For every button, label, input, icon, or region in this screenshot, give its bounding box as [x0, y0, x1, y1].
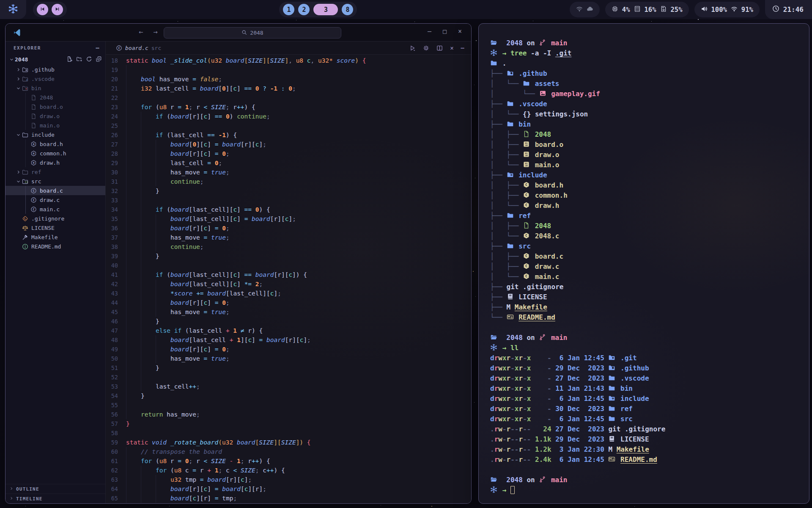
code-line-36[interactable]: 36board[r][c] = 0; [106, 224, 471, 233]
code-line-27[interactable]: 27board[0][c] = board[r][c]; [106, 140, 471, 149]
code-line-32[interactable]: 32} [106, 186, 471, 196]
skip-forward-button[interactable] [52, 4, 63, 15]
code-line-46[interactable]: 46} [106, 317, 471, 326]
explorer-item-2048[interactable]: 2048 [5, 93, 105, 102]
timeline-section-header[interactable]: TIMELINE [5, 494, 105, 503]
explorer-item-board.h[interactable]: Hboard.h [5, 139, 105, 149]
explorer-item-board.c[interactable]: Cboard.c [5, 186, 105, 195]
code-line-34[interactable]: 34if (board[last_cell][c] == 0) { [106, 205, 471, 214]
code-line-35[interactable]: 35board[last_cell][c] = board[r][c]; [106, 214, 471, 224]
explorer-item-.vscode[interactable]: .vscode [5, 74, 105, 83]
code-line-59[interactable]: 59static void _rotate_board(u32 board[SI… [106, 438, 471, 447]
minimize-button[interactable]: — [428, 28, 431, 35]
code-line-50[interactable]: 50has_move = true; [106, 354, 471, 363]
code-line-61[interactable]: 61for (u8 r = 0; r < SIZE - 1; r++) { [106, 456, 471, 466]
network-indicators[interactable] [570, 2, 600, 17]
back-button[interactable]: ← [139, 28, 143, 36]
code-line-65[interactable]: 65board[c][r] = tmp; [106, 494, 471, 503]
code-line-33[interactable]: 33 [106, 196, 471, 205]
code-line-24[interactable]: 24if (board[r][c] == 0) continue; [106, 112, 471, 121]
code-line-19[interactable]: 19 [106, 65, 471, 75]
code-line-18[interactable]: 18static bool _slide_col(u32 board[SIZE]… [106, 56, 471, 65]
tab-board-c[interactable]: C board.c src [110, 41, 167, 54]
explorer-item-common.h[interactable]: Hcommon.h [5, 149, 105, 158]
code-line-52[interactable]: 52 [106, 373, 471, 382]
workspace-2[interactable]: 2 [298, 4, 310, 15]
code-line-49[interactable]: 49board[r][c] = 0; [106, 345, 471, 354]
code-line-23[interactable]: 23for (u8 r = 1; r < SIZE; r++) { [106, 102, 471, 112]
code-line-44[interactable]: 44board[r][c] = 0; [106, 298, 471, 307]
explorer-item-2048[interactable]: 2048 [5, 54, 105, 65]
explorer-item-.gitignore[interactable]: .gitignore [5, 214, 105, 223]
code-line-42[interactable]: 42board[last_cell][c] *= 2; [106, 279, 471, 289]
code-line-62[interactable]: 62for (u8 c = r + 1; c < SIZE; c++) { [106, 466, 471, 475]
code-line-47[interactable]: 47else if (last_cell + 1 ≠ r) { [106, 326, 471, 335]
code-line-41[interactable]: 41if (board[last_cell][c] == board[r][c]… [106, 270, 471, 279]
explorer-item-.github[interactable]: .github [5, 65, 105, 74]
code-line-37[interactable]: 37has_move = true; [106, 233, 471, 242]
explorer-item-LICENSE[interactable]: LICENSE [5, 223, 105, 232]
code-line-64[interactable]: 64board[r][c] = board[c][r]; [106, 484, 471, 494]
explorer-item-ref[interactable]: ref [5, 167, 105, 177]
explorer-item-src[interactable]: ()src [5, 177, 105, 186]
new-file-button[interactable] [66, 56, 73, 62]
code-line-60[interactable]: 60// transpose the board [106, 447, 471, 456]
more-actions-button[interactable]: ⋯ [461, 44, 464, 51]
forward-button[interactable]: → [153, 28, 157, 36]
code-line-57[interactable]: 57} [106, 419, 471, 428]
code-line-58[interactable]: 58 [106, 428, 471, 438]
workspace-8[interactable]: 8 [342, 4, 353, 15]
close-button[interactable]: × [458, 28, 462, 35]
code-line-38[interactable]: 38continue; [106, 242, 471, 251]
settings-gear-button[interactable] [423, 45, 429, 51]
explorer-item-README.md[interactable]: README.md [5, 242, 105, 251]
explorer-more-button[interactable]: ⋯ [96, 44, 99, 51]
close-editor-button[interactable]: ✕ [450, 44, 453, 51]
explorer-header[interactable]: EXPLORER ⋯ [5, 41, 105, 54]
collapse-all-button[interactable] [96, 56, 102, 62]
workspace-1[interactable]: 1 [283, 4, 294, 15]
code-line-55[interactable]: 55 [106, 400, 471, 410]
explorer-item-include[interactable]: include [5, 130, 105, 139]
code-line-28[interactable]: 28board[r][c] = 0; [106, 149, 471, 158]
code-line-45[interactable]: 45has_move = true; [106, 307, 471, 317]
terminal-window[interactable]: 2048 on main → tree -a -I .git .├── .git… [478, 23, 809, 504]
clock-widget[interactable]: 21:46 [765, 0, 812, 19]
code-line-48[interactable]: 48board[last_cell + 1][c] = board[r][c]; [106, 335, 471, 345]
code-line-29[interactable]: 29last_cell = 0; [106, 158, 471, 168]
audio-network-widget[interactable]: 100% 91% [694, 2, 760, 17]
new-folder-button[interactable] [76, 56, 82, 62]
explorer-item-draw.h[interactable]: Hdraw.h [5, 158, 105, 167]
code-line-31[interactable]: 31continue; [106, 177, 471, 186]
code-line-26[interactable]: 26if (last_cell == -1) { [106, 130, 471, 140]
explorer-item-main.c[interactable]: Cmain.c [5, 204, 105, 214]
launcher-button[interactable] [0, 0, 26, 19]
code-line-63[interactable]: 63u32 tmp = board[r][c]; [106, 475, 471, 484]
run-file-button[interactable] [409, 45, 416, 51]
code-line-30[interactable]: 30has_move = true; [106, 168, 471, 177]
code-line-40[interactable]: 40 [106, 261, 471, 270]
search-input[interactable]: 2048 [164, 27, 341, 39]
code-area[interactable]: 18static bool _slide_col(u32 board[SIZE]… [106, 55, 471, 503]
skip-back-button[interactable] [37, 4, 48, 15]
explorer-item-bin[interactable]: bin [5, 83, 105, 93]
code-line-56[interactable]: 56return has_move; [106, 410, 471, 419]
code-line-54[interactable]: 54} [106, 391, 471, 400]
explorer-item-draw.c[interactable]: Cdraw.c [5, 195, 105, 204]
code-line-39[interactable]: 39} [106, 251, 471, 261]
explorer-item-Makefile[interactable]: Makefile [5, 232, 105, 242]
outline-section-header[interactable]: OUTLINE [5, 484, 105, 494]
refresh-button[interactable] [86, 56, 92, 62]
explorer-item-board.o[interactable]: board.o [5, 102, 105, 111]
explorer-item-draw.o[interactable]: draw.o [5, 111, 105, 121]
explorer-item-main.o[interactable]: main.o [5, 121, 105, 130]
code-line-43[interactable]: 43*score += board[last_cell][c]; [106, 289, 471, 298]
maximize-button[interactable]: □ [443, 28, 447, 35]
split-editor-button[interactable] [436, 45, 443, 51]
workspace-3[interactable]: 3 [313, 4, 338, 15]
code-line-53[interactable]: 53last_cell++; [106, 382, 471, 391]
code-line-25[interactable]: 25 [106, 121, 471, 130]
code-line-51[interactable]: 51} [106, 363, 471, 373]
code-line-22[interactable]: 22 [106, 93, 471, 102]
code-line-20[interactable]: 20bool has_move = false; [106, 75, 471, 84]
